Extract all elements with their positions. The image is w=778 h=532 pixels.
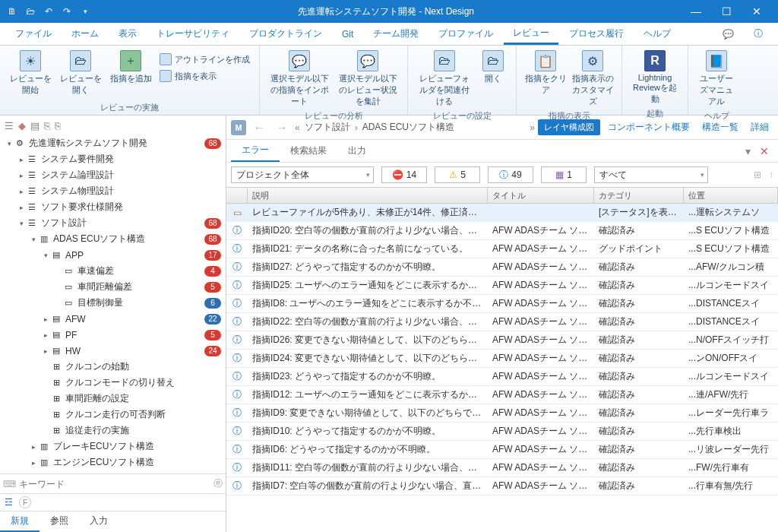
- expand-icon[interactable]: ▾: [29, 236, 38, 243]
- customize-findings-button[interactable]: ⚙指摘表示のカスタマイズ: [570, 49, 615, 109]
- tree-tool-icon[interactable]: ◆: [18, 120, 26, 131]
- start-review-button[interactable]: ☀レビューを開始: [6, 49, 55, 97]
- filter-dropdown[interactable]: すべて: [594, 166, 708, 183]
- grid-row[interactable]: ⓘ指摘ID8: ユーザへのエラー通知をどこに表示するか不明瞭。メイ...AFW …: [226, 295, 778, 313]
- expand-icon[interactable]: ▸: [41, 331, 50, 339]
- qat-save-icon[interactable]: 🗎: [6, 5, 18, 17]
- tab-output[interactable]: 出力: [337, 140, 377, 162]
- grid-row[interactable]: ⓘ指摘ID25: ユーザへのエラー通知をどこに表示するか不明瞭。メイ...AFW…: [226, 277, 778, 295]
- menu-item[interactable]: トレーサビリティ: [147, 23, 239, 45]
- nav-back-icon[interactable]: ←: [249, 122, 269, 134]
- tree-tool-icon[interactable]: ⎘: [44, 120, 50, 131]
- grid-row[interactable]: ⓘ指摘ID10: どうやって指定するのかが不明瞭。AFW ADASチーム ソフト…: [226, 423, 778, 441]
- grid-tool-icon[interactable]: ⊞: [754, 169, 761, 180]
- expand-icon[interactable]: ▸: [17, 204, 26, 211]
- expand-icon[interactable]: ▸: [29, 443, 38, 451]
- tree-node[interactable]: ▸▥エンジンECUソフト構造: [0, 454, 226, 470]
- grid-row[interactable]: ⓘ指摘ID12: ユーザへのエラー通知をどこに表示するか不明瞭。メイ...AFW…: [226, 386, 778, 404]
- other-count[interactable]: ▦1: [541, 166, 587, 183]
- panel-close-icon[interactable]: ✕: [755, 145, 773, 157]
- tree-node[interactable]: ▭車間距離偏差5: [0, 279, 226, 295]
- tab-errors[interactable]: エラー: [231, 140, 280, 162]
- grid-row[interactable]: ⓘ指摘ID9: 変更できない期待値として、以下のどちらであるかが不...AFW …: [226, 404, 778, 423]
- tree-node[interactable]: ▭目標制御量6: [0, 295, 226, 311]
- grid-row[interactable]: ⓘ指摘ID23: どうやって指定するのかが不明瞭。AFW ADASチーム ソフト…: [226, 368, 778, 386]
- col-title[interactable]: タイトル: [488, 188, 594, 203]
- tree-tool-icon[interactable]: ☰: [5, 120, 14, 131]
- add-finding-button[interactable]: ＋指摘を追加: [106, 49, 155, 86]
- tree-node[interactable]: ▸☰システム要件開発: [0, 151, 226, 167]
- search-option-icon[interactable]: ⓔ: [213, 477, 223, 490]
- expand-icon[interactable]: ▸: [17, 156, 26, 163]
- model-badge[interactable]: M: [231, 120, 246, 135]
- view-link[interactable]: 構造一覧: [697, 121, 743, 134]
- menu-item[interactable]: ホーム: [62, 23, 108, 45]
- minimize-button[interactable]: —: [681, 0, 711, 23]
- grid-row[interactable]: ⓘ指摘ID26: 変更できない期待値として、以下のどちらであるかが...AFW …: [226, 331, 778, 350]
- project-tree[interactable]: ▾⚙先進運転システムソフト開発68▸☰システム要件開発▸☰システム論理設計▸☰シ…: [0, 135, 226, 473]
- col-description[interactable]: 説明: [248, 188, 488, 203]
- maximize-button[interactable]: ☐: [711, 0, 742, 23]
- bottom-tab[interactable]: 参照: [40, 511, 79, 532]
- search-input[interactable]: [19, 479, 210, 489]
- error-count[interactable]: ⛔14: [381, 166, 427, 183]
- expand-icon[interactable]: ▸: [41, 315, 50, 323]
- nav-forward-icon[interactable]: →: [272, 122, 292, 134]
- qat-dropdown-icon[interactable]: ▾: [79, 5, 91, 17]
- grid-row[interactable]: ⓘ指摘ID21: データの名称に合った名前になっている。AFW ADASチーム …: [226, 240, 778, 258]
- expand-icon[interactable]: ▸: [17, 188, 26, 195]
- menu-item[interactable]: Git: [333, 23, 362, 45]
- open-review-button[interactable]: 🗁レビューを開く: [56, 49, 105, 97]
- tree-node[interactable]: ▾▤APP17: [0, 247, 226, 263]
- tree-node[interactable]: ▸▤AFW22: [0, 311, 226, 327]
- tree-node[interactable]: ▭車速偏差4: [0, 263, 226, 279]
- expand-icon[interactable]: ▾: [17, 220, 26, 227]
- grid-row[interactable]: ⓘ指摘ID22: 空白等の個数が直前の行より少ない場合、直前行の...AFW A…: [226, 313, 778, 331]
- scope-dropdown[interactable]: プロジェクト全体: [231, 166, 374, 183]
- grid-row[interactable]: ▭レビューファイルが5件あり、未修正が14件、修正済みが5件、確認...[ステー…: [226, 204, 778, 222]
- panel-dropdown-icon[interactable]: ▾: [741, 145, 755, 157]
- expand-icon[interactable]: ▸: [41, 347, 50, 355]
- filter-f-icon[interactable]: F: [19, 496, 31, 508]
- create-outline-button[interactable]: アウトラインを作成: [157, 52, 253, 67]
- breadcrumb-more-icon[interactable]: «: [295, 122, 300, 133]
- tree-node[interactable]: ▸☰システム論理設計: [0, 167, 226, 183]
- tree-node[interactable]: ⊞クルコンモードの切り替え: [0, 375, 226, 391]
- menu-item[interactable]: チーム開発: [364, 23, 428, 45]
- grid-row[interactable]: ⓘ指摘ID27: どうやって指定するのかが不明瞭。AFW ADASチーム ソフト…: [226, 258, 778, 277]
- grid-tool-icon[interactable]: ↑: [769, 169, 773, 180]
- tree-node[interactable]: ▸▥ブレーキECUソフト構造: [0, 439, 226, 454]
- launch-lightning-review-button[interactable]: RLightning Reviewを起動: [628, 49, 682, 106]
- menu-extra-icon[interactable]: 💬: [713, 23, 743, 45]
- warning-count[interactable]: ⚠5: [435, 166, 480, 183]
- menu-item[interactable]: 表示: [109, 23, 146, 45]
- aggregate-review-button[interactable]: 💬選択モデル以下のレビュー状況を集計: [334, 49, 401, 109]
- tree-node[interactable]: ▸▤HW24: [0, 343, 226, 359]
- col-location[interactable]: 位置: [684, 188, 778, 203]
- menu-item[interactable]: ファイル: [6, 23, 61, 45]
- open-folder-button[interactable]: 🗁開く: [476, 49, 510, 86]
- tree-node[interactable]: ⊞クルコン走行の可否判断: [0, 407, 226, 423]
- expand-icon[interactable]: ▾: [5, 140, 14, 147]
- qat-open-icon[interactable]: 🗁: [24, 5, 36, 17]
- tree-node[interactable]: ▸▤PF5: [0, 327, 226, 343]
- expand-icon[interactable]: ▾: [41, 252, 50, 259]
- tree-node[interactable]: ▸☰システム物理設計: [0, 183, 226, 199]
- bottom-tab[interactable]: 新規: [0, 511, 40, 532]
- breadcrumb-item[interactable]: ADAS ECUソフト構造: [362, 121, 454, 134]
- tree-node[interactable]: ▾☰ソフト設計68: [0, 215, 226, 231]
- expand-icon[interactable]: ▸: [29, 459, 38, 467]
- expand-icon[interactable]: ▸: [17, 172, 26, 179]
- menu-item[interactable]: プロセス履行: [560, 23, 633, 45]
- view-link[interactable]: 詳細: [746, 121, 773, 134]
- show-findings-button[interactable]: 指摘を表示: [157, 68, 253, 84]
- tree-node[interactable]: ⊞クルコンの始動: [0, 359, 226, 375]
- grid-row[interactable]: ⓘ指摘ID6: どうやって指定するのかが不明瞭。AFW ADASチーム ソフト設…: [226, 441, 778, 459]
- results-grid[interactable]: ▭レビューファイルが5件あり、未修正が14件、修正済みが5件、確認...[ステー…: [226, 204, 778, 532]
- tab-search-results[interactable]: 検索結果: [280, 140, 337, 162]
- grid-row[interactable]: ⓘ指摘ID20: 空白等の個数が直前の行より少ない場合、直前行...AFW AD…: [226, 222, 778, 240]
- qat-undo-icon[interactable]: ↶: [43, 5, 55, 17]
- view-link[interactable]: コンポーネント概要: [603, 121, 694, 134]
- grid-row[interactable]: ⓘ指摘ID7: 空白等の個数が直前の行より少ない場合、直前行の...AFW AD…: [226, 477, 778, 496]
- tree-tool-icon[interactable]: ▤: [30, 120, 40, 131]
